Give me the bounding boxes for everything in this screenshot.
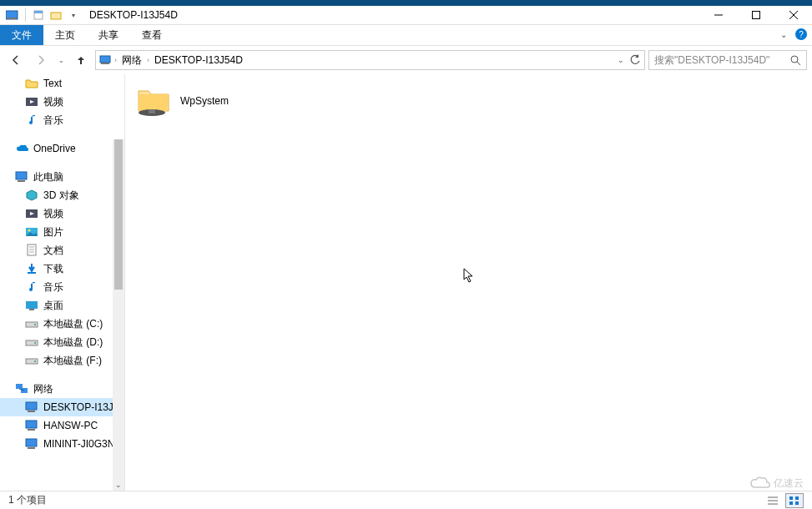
svg-rect-49 [795, 496, 799, 500]
ribbon-expand-icon[interactable]: ⌄ [780, 30, 787, 39]
chevron-down-icon[interactable]: ⌄ [115, 481, 122, 489]
svg-rect-51 [795, 501, 799, 505]
tree-item-pictures[interactable]: 图片 [0, 223, 124, 241]
ribbon: 文件 主页 共享 查看 ⌄ ? [0, 25, 812, 46]
refresh-icon[interactable] [629, 54, 641, 66]
pc-icon [25, 401, 38, 414]
chevron-right-icon[interactable]: › [147, 56, 149, 64]
svg-rect-16 [18, 180, 25, 182]
svg-rect-4 [51, 13, 61, 19]
qat-dropdown-icon[interactable]: ▾ [66, 8, 81, 23]
close-button[interactable] [774, 6, 812, 25]
svg-rect-15 [16, 172, 27, 179]
tree-item-documents[interactable]: 文档 [0, 241, 124, 260]
app-icon [5, 8, 20, 23]
search-icon[interactable] [790, 55, 801, 66]
tree-item-disk-d[interactable]: 本地磁盘 (D:) [0, 333, 124, 351]
tree-item-disk-c[interactable]: 本地磁盘 (C:) [0, 315, 124, 333]
tree-item-downloads[interactable]: 下载 [0, 260, 124, 278]
svg-rect-1 [8, 18, 16, 19]
pictures-icon [25, 225, 38, 239]
tab-file[interactable]: 文件 [0, 25, 43, 45]
maximize-button[interactable] [737, 6, 774, 25]
status-item-count: 1 个项目 [8, 493, 47, 507]
documents-icon [25, 244, 38, 257]
drive-icon [25, 354, 38, 367]
breadcrumb-network[interactable]: 网络 [119, 52, 145, 69]
scrollbar-thumb[interactable] [114, 139, 123, 290]
help-icon[interactable]: ? [795, 28, 807, 40]
pc-icon [25, 437, 38, 451]
view-details-button[interactable] [764, 493, 782, 508]
tab-home[interactable]: 主页 [43, 25, 87, 45]
tree-item-video2[interactable]: 视频 [0, 204, 124, 223]
svg-rect-33 [34, 360, 36, 362]
file-list[interactable]: WpSystem [125, 74, 812, 491]
svg-rect-39 [26, 421, 37, 428]
music-icon [25, 280, 38, 294]
nav-up-button[interactable] [70, 49, 92, 71]
svg-line-12 [797, 62, 800, 65]
tree-item-this-pc[interactable]: 此电脑 [0, 168, 124, 186]
navbar: ⌄ › 网络 › DESKTOP-I13J54D ⌄ 搜索"DESKTOP-I1… [0, 46, 812, 74]
tree-item-text[interactable]: Text [0, 74, 124, 93]
new-folder-icon[interactable] [48, 8, 63, 23]
status-bar: 1 个项目 [0, 491, 812, 509]
svg-rect-44 [149, 109, 155, 113]
nav-back-button[interactable] [5, 49, 27, 71]
address-dropdown-icon[interactable]: ⌄ [618, 56, 624, 64]
address-bar[interactable]: › 网络 › DESKTOP-I13J54D ⌄ [95, 50, 645, 70]
shared-folder-icon [135, 84, 172, 118]
svg-point-11 [791, 56, 798, 63]
svg-rect-42 [28, 447, 35, 449]
folder-item-wpsystem[interactable]: WpSystem [134, 83, 334, 119]
music-icon [25, 113, 38, 127]
tree-item-music[interactable]: 音乐 [0, 111, 124, 129]
properties-icon[interactable] [31, 8, 46, 23]
search-input[interactable]: 搜索"DESKTOP-I13J54D" [648, 50, 807, 70]
folder-icon [25, 77, 38, 90]
nav-forward-button[interactable] [30, 49, 52, 71]
svg-rect-31 [34, 342, 36, 344]
window-title: DESKTOP-I13J54D [89, 9, 178, 21]
svg-rect-9 [100, 56, 110, 63]
tree-scrollbar[interactable]: ⌄ [113, 139, 124, 491]
svg-rect-38 [28, 411, 35, 412]
view-icons-button[interactable] [785, 493, 804, 508]
pc-icon [25, 419, 38, 432]
svg-point-20 [28, 229, 31, 232]
svg-rect-40 [28, 429, 35, 431]
downloads-icon [25, 262, 38, 275]
svg-rect-26 [26, 301, 38, 309]
chevron-right-icon[interactable]: › [114, 56, 117, 64]
tree-item-hansw-pc[interactable]: HANSW-PC [0, 416, 124, 435]
tree-item-video[interactable]: 视频 [0, 93, 124, 111]
svg-rect-27 [29, 309, 34, 310]
tree-item-disk-f[interactable]: 本地磁盘 (F:) [0, 351, 124, 370]
tree-item-onedrive[interactable]: OneDrive [0, 139, 124, 158]
svg-rect-50 [789, 501, 793, 505]
cursor-icon [463, 268, 475, 283]
tree-item-music2[interactable]: 音乐 [0, 278, 124, 296]
svg-rect-6 [752, 12, 759, 19]
tab-share[interactable]: 共享 [87, 25, 130, 45]
tree-item-desktop-i13j54d[interactable]: DESKTOP-I13J54D [0, 398, 124, 416]
tree-item-3d[interactable]: 3D 对象 [0, 186, 124, 204]
breadcrumb-location[interactable]: DESKTOP-I13J54D [151, 53, 246, 68]
nav-recent-dropdown[interactable]: ⌄ [55, 49, 67, 71]
tree-item-minint[interactable]: MININT-JI0G3N [0, 435, 124, 453]
svg-rect-37 [26, 402, 37, 410]
watermark: 亿速云 [750, 476, 804, 491]
svg-rect-3 [34, 11, 43, 13]
video-icon [25, 95, 38, 108]
tree-item-network[interactable]: 网络 [0, 380, 124, 398]
svg-rect-41 [26, 439, 37, 446]
tree-item-desktop[interactable]: 桌面 [0, 296, 124, 315]
network-icon [15, 382, 28, 396]
titlebar: ▾ DESKTOP-I13J54D [0, 0, 812, 25]
location-pc-icon [99, 53, 113, 67]
drive-icon [25, 317, 38, 330]
minimize-button[interactable] [699, 6, 737, 25]
svg-rect-48 [789, 496, 793, 500]
tab-view[interactable]: 查看 [130, 25, 174, 45]
